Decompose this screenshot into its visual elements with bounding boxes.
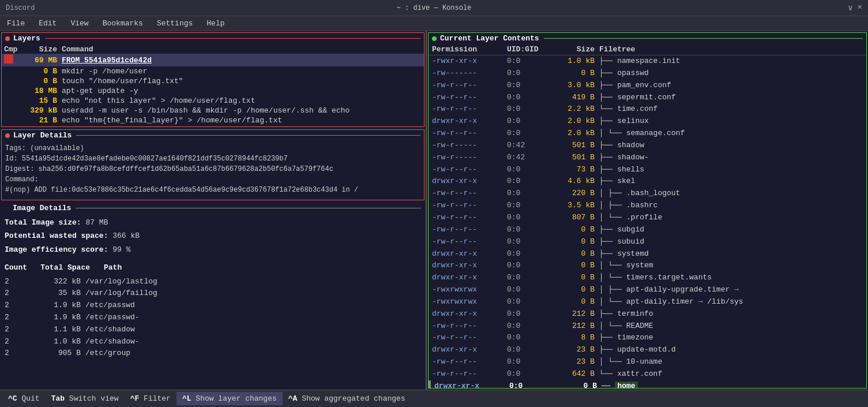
menu-bookmarks[interactable]: Bookmarks: [100, 18, 145, 29]
wasted-space: 1.1 kB: [28, 324, 85, 336]
layer-row[interactable]: 0 Bmkdir -p /home/user: [2, 66, 424, 76]
wasted-space: 905 B: [28, 348, 85, 360]
file-row[interactable]: drwxr-xr-x0:04.6 kB├── skel: [429, 176, 866, 188]
layer-checkbox[interactable]: [4, 54, 13, 64]
file-size: 807 B: [553, 212, 599, 223]
file-row[interactable]: -rw-r--r--0:0807 B│ └── .profile: [429, 212, 866, 224]
efficiency-label: Image efficiency score:: [5, 245, 108, 254]
layer-details-header: Layer Details: [2, 130, 424, 141]
file-size: 0 B: [553, 237, 599, 248]
file-row[interactable]: -rw-r--r--0:02.0 kB│ └── semanage.conf: [429, 128, 866, 140]
file-row[interactable]: drwxr-xr-x0:0212 B├── terminfo: [429, 308, 866, 320]
menu-help[interactable]: Help: [204, 18, 227, 29]
layer-row[interactable]: 18 MBapt-get update -y: [2, 86, 424, 96]
layer-cmd: FROM 5541a95d1cde42d: [62, 56, 422, 65]
layer-details-line: [76, 135, 420, 136]
file-perm: -rw-r--r--: [432, 357, 507, 368]
file-uid: 0:0: [507, 128, 553, 139]
minimize-icon[interactable]: ∨: [848, 3, 852, 13]
file-tree: ├── subgid: [599, 225, 863, 236]
file-row[interactable]: -rwxr-xr-x0:01.0 kB├── namespace.init: [429, 55, 866, 68]
file-tree: ├── shadow-: [599, 152, 863, 163]
file-row[interactable]: -rw-r--r--0:08 B├── timezone: [429, 332, 866, 344]
layer-row[interactable]: 21 Becho "thm{the_final_layer}" > /home/…: [2, 115, 424, 125]
menu-file[interactable]: File: [5, 18, 27, 29]
current-layer-dot: [432, 36, 437, 41]
file-row[interactable]: drwxr-xr-x0:02.0 kB├── selinux: [429, 115, 866, 128]
status-key: ^L: [182, 394, 191, 403]
file-row[interactable]: -rw-r--r--0:023 B│ └── 10-uname: [429, 356, 866, 368]
file-row[interactable]: drwxr-xr-x0:00 B│ └── timers.target.want…: [429, 272, 866, 284]
file-perm: -rw-r--r--: [432, 321, 507, 332]
layer-row[interactable]: 15 Becho "not this layer" > /home/user/f…: [2, 96, 424, 106]
close-icon[interactable]: ×: [858, 3, 862, 13]
status-item[interactable]: ^A Show aggregated changes: [283, 392, 411, 405]
file-row[interactable]: -rw-r--r--0:02.2 kB└── time.conf: [429, 103, 866, 115]
file-row[interactable]: -rw-r--r--0:00 B├── subgid: [429, 224, 866, 236]
wasted-space: 1.9 kB: [28, 300, 85, 312]
file-row[interactable]: drwxr-xr-x0:00 B├── systemd: [429, 248, 866, 260]
file-tree: │ ├── .bashrc: [599, 200, 863, 211]
file-size: 0 B: [553, 68, 599, 79]
file-row[interactable]: -rw-r--r--0:03.5 kB│ ├── .bashrc: [429, 200, 866, 212]
window-controls[interactable]: ∨ ×: [848, 3, 862, 13]
status-item[interactable]: Tab Switch view: [46, 392, 125, 405]
file-row[interactable]: drwxr-xr-x0:023 B├── update-motd.d: [429, 344, 866, 356]
file-uid: 0:0: [507, 285, 553, 296]
wasted-path: /etc/passwd-: [85, 312, 421, 324]
layer-cmd: echo "not this layer" > /home/user/flag.…: [62, 96, 422, 105]
file-uid: 0:0: [507, 104, 553, 115]
file-tree: │ └── .profile: [599, 212, 863, 223]
file-row[interactable]: -rw-r--r--0:0220 B│ ├── .bash_logout: [429, 188, 866, 200]
layer-row[interactable]: 0 Btouch "/home/user/flag.txt": [2, 76, 424, 86]
file-size: 0 B: [553, 285, 599, 296]
file-row[interactable]: -rw-r--r--0:0642 B└── xattr.conf: [429, 368, 866, 380]
file-tree: ├── timezone: [599, 333, 863, 343]
file-size: 8 B: [553, 333, 599, 343]
file-row[interactable]: -rwxrwxrwx0:00 B│ ├── apt-daily-upgrade.…: [429, 284, 866, 296]
file-tree: ├── skel: [599, 176, 863, 187]
file-perm: drwxr-xr-x: [432, 309, 507, 320]
status-item[interactable]: ^C Quit: [2, 392, 46, 405]
layer-id: Id: 5541a95d1cde42d3ae8efadebe0c00827ae1…: [5, 154, 420, 164]
file-perm: -rw-------: [432, 68, 507, 79]
file-row[interactable]: -rw-r--r--0:0419 B├── sepermit.conf: [429, 92, 866, 104]
menu-view[interactable]: View: [68, 18, 91, 29]
layer-row[interactable]: 329 kBuseradd -m user -s /bin/bash && mk…: [2, 106, 424, 115]
total-size-line: Total Image size: 87 MB: [5, 216, 421, 229]
status-label: Quit: [21, 394, 39, 403]
file-row[interactable]: drwxr-xr-x0:00 B│ └── system: [429, 260, 866, 272]
file-tree: │ ├── apt-daily-upgrade.timer →: [599, 285, 863, 296]
status-item[interactable]: ^F Filter: [125, 392, 176, 405]
file-row[interactable]: drwxr-xr-x0:00 B── home: [429, 380, 866, 388]
file-row[interactable]: -rwxrwxrwx0:00 B│ └── apt-daily.timer → …: [429, 296, 866, 308]
layer-details-content: Tags: (unavailable) Id: 5541a95d1cde42d3…: [2, 141, 424, 197]
file-perm: -rw-r--r--: [432, 104, 507, 115]
menu-settings[interactable]: Settings: [155, 18, 195, 29]
wasted-val: 366 kB: [112, 231, 140, 240]
file-size: 23 B: [553, 357, 599, 368]
file-row[interactable]: -rw-r--r--0:03.0 kB├── pam_env.conf: [429, 80, 866, 92]
left-panel: Layers Cmp Size Command 69 MBFROM 5541a9…: [0, 31, 427, 390]
file-size: 3.0 kB: [553, 80, 599, 91]
status-item[interactable]: ^L Show layer changes: [176, 392, 283, 405]
file-tree: ├── opasswd: [599, 68, 863, 79]
file-row[interactable]: -rw-r--r--0:0212 B│ └── README: [429, 320, 866, 333]
file-row[interactable]: -rw-r-----0:42501 B├── shadow: [429, 140, 866, 152]
wasted-path: /etc/passwd: [85, 300, 421, 312]
menu-edit[interactable]: Edit: [36, 18, 59, 29]
file-perm: -rwxr-xr-x: [432, 56, 507, 67]
wasted-table-headers: Count Total Space Path: [5, 261, 421, 274]
layer-cmp-cell: [4, 54, 21, 66]
file-row[interactable]: -rw-r--r--0:073 B├── shells: [429, 164, 866, 176]
file-row[interactable]: -rw-r-----0:42501 B├── shadow-: [429, 152, 866, 164]
file-row[interactable]: -rw-r--r--0:00 B├── subuid: [429, 236, 866, 248]
file-uid: 0:0: [507, 80, 553, 91]
wasted-count: 2: [5, 324, 28, 336]
layer-row[interactable]: 69 MBFROM 5541a95d1cde42d: [2, 54, 424, 66]
file-row[interactable]: -rw-------0:00 B├── opasswd: [429, 68, 866, 80]
file-perm: -rw-r--r--: [432, 80, 507, 91]
wasted-row: 21.1 kB/etc/shadow: [5, 324, 421, 336]
file-size: 73 B: [553, 165, 599, 176]
file-uid: 0:0: [507, 188, 553, 199]
